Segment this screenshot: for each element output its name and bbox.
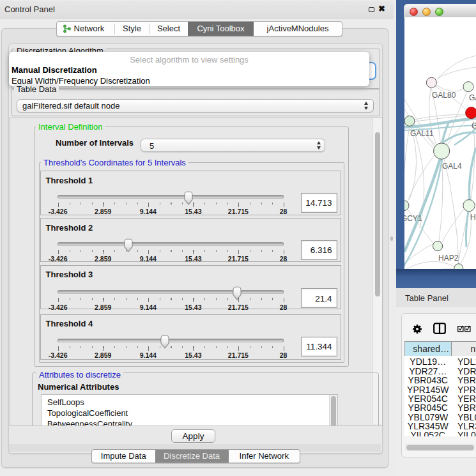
svg-text:HI: HI bbox=[470, 213, 476, 222]
svg-text:GAL4: GAL4 bbox=[442, 162, 462, 171]
svg-text:G: G bbox=[472, 121, 476, 130]
svg-text:HAP2: HAP2 bbox=[438, 254, 459, 263]
svg-text:GCY1: GCY1 bbox=[404, 214, 422, 223]
svg-text:GAL80: GAL80 bbox=[432, 91, 456, 100]
svg-text:GA: GA bbox=[469, 93, 476, 102]
svg-text:GAL11: GAL11 bbox=[410, 129, 434, 138]
